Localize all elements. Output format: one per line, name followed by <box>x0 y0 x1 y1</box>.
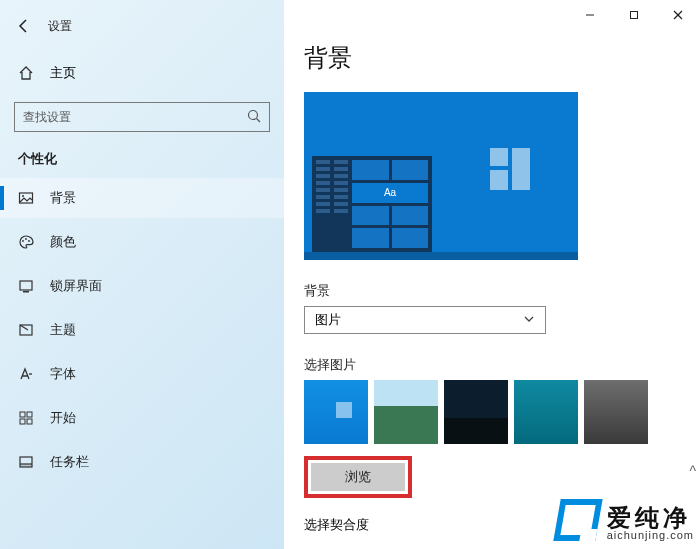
sidebar-item-label: 颜色 <box>50 233 76 251</box>
sidebar-item-label: 背景 <box>50 189 76 207</box>
sidebar-section: 个性化 <box>0 150 284 178</box>
sidebar-item-themes[interactable]: 主题 <box>0 310 284 350</box>
window-title: 设置 <box>48 18 72 35</box>
back-button[interactable] <box>12 14 36 38</box>
image-icon <box>18 190 36 206</box>
close-button[interactable] <box>656 0 700 30</box>
fit-label: 选择契合度 <box>304 516 700 534</box>
scroll-indicator: ^ <box>689 463 696 479</box>
choose-image-label: 选择图片 <box>304 356 700 374</box>
svg-line-1 <box>257 119 261 123</box>
desktop-preview: Aa <box>304 92 578 260</box>
main-content: 背景 Aa 背景 图片 选择图片 <box>284 0 700 549</box>
preview-taskbar <box>304 252 578 260</box>
theme-icon <box>18 322 36 338</box>
svg-rect-7 <box>20 281 32 290</box>
svg-point-4 <box>22 240 24 242</box>
sidebar-home[interactable]: 主页 <box>0 54 284 92</box>
sidebar-item-colors[interactable]: 颜色 <box>0 222 284 262</box>
background-label: 背景 <box>304 282 700 300</box>
sidebar-home-label: 主页 <box>50 64 76 82</box>
thumbnail-3[interactable] <box>444 380 508 444</box>
thumbnail-2[interactable] <box>374 380 438 444</box>
sidebar-item-label: 开始 <box>50 409 76 427</box>
sidebar-item-lockscreen[interactable]: 锁屏界面 <box>0 266 284 306</box>
sidebar-titlebar: 设置 <box>0 10 284 42</box>
thumbnail-4[interactable] <box>514 380 578 444</box>
home-icon <box>18 65 36 81</box>
svg-rect-8 <box>23 291 29 293</box>
minimize-button[interactable] <box>568 0 612 30</box>
preview-aa-tile: Aa <box>352 183 428 203</box>
svg-point-6 <box>28 240 30 242</box>
maximize-button[interactable] <box>612 0 656 30</box>
search-icon <box>246 108 262 127</box>
svg-rect-12 <box>20 419 25 424</box>
svg-rect-10 <box>20 412 25 417</box>
svg-rect-18 <box>631 12 638 19</box>
thumbnail-1[interactable] <box>304 380 368 444</box>
svg-rect-11 <box>27 412 32 417</box>
sidebar-nav: 背景 颜色 锁屏界面 主题 <box>0 178 284 486</box>
sidebar: 设置 主页 个性化 背景 <box>0 0 284 549</box>
svg-rect-13 <box>27 419 32 424</box>
svg-point-3 <box>22 195 24 197</box>
dropdown-value: 图片 <box>315 311 341 329</box>
image-thumbnails <box>304 380 700 444</box>
sidebar-item-background[interactable]: 背景 <box>0 178 284 218</box>
sidebar-item-label: 字体 <box>50 365 76 383</box>
sidebar-item-label: 主题 <box>50 321 76 339</box>
preview-start-menu: Aa <box>312 156 432 252</box>
windows-logo-icon <box>490 148 532 190</box>
svg-point-0 <box>249 111 258 120</box>
browse-highlight: 浏览 <box>304 456 412 498</box>
thumbnail-5[interactable] <box>584 380 648 444</box>
page-title: 背景 <box>304 42 700 74</box>
sidebar-item-label: 任务栏 <box>50 453 89 471</box>
chevron-down-icon <box>523 313 535 328</box>
font-icon <box>18 366 36 382</box>
window-controls <box>568 0 700 30</box>
start-icon <box>18 410 36 426</box>
lockscreen-icon <box>18 278 36 294</box>
palette-icon <box>18 234 36 250</box>
taskbar-icon <box>18 454 36 470</box>
sidebar-item-label: 锁屏界面 <box>50 277 102 295</box>
sidebar-item-taskbar[interactable]: 任务栏 <box>0 442 284 482</box>
background-type-dropdown[interactable]: 图片 <box>304 306 546 334</box>
sidebar-item-fonts[interactable]: 字体 <box>0 354 284 394</box>
sidebar-item-start[interactable]: 开始 <box>0 398 284 438</box>
search-wrap <box>14 102 270 132</box>
svg-point-5 <box>25 238 27 240</box>
search-input[interactable] <box>14 102 270 132</box>
browse-button[interactable]: 浏览 <box>311 463 405 491</box>
